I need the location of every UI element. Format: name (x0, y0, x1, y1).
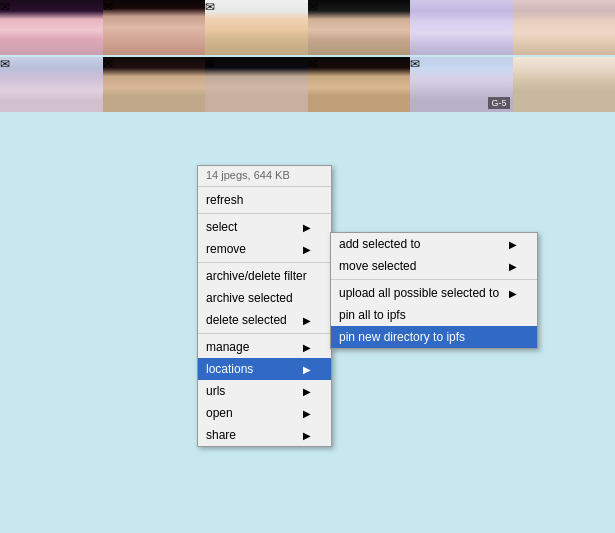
thumbnail-3[interactable]: ✉ (205, 0, 308, 55)
menu-item-open-arrow: ▶ (303, 408, 311, 419)
menu-item-refresh-label: refresh (206, 193, 243, 207)
submenu-add-selected-label: add selected to (339, 237, 420, 251)
menu-item-locations-label: locations (206, 362, 253, 376)
submenu-pin-all-label: pin all to ipfs (339, 308, 406, 322)
menu-item-archive-selected[interactable]: archive selected (198, 287, 331, 309)
menu-item-select[interactable]: select ▶ (198, 216, 331, 238)
menu-item-urls-arrow: ▶ (303, 386, 311, 397)
separator-3 (198, 333, 331, 334)
menu-item-manage-arrow: ▶ (303, 342, 311, 353)
separator-2 (198, 262, 331, 263)
image-grid-row1: ✉ ✉ ✉ ✉ (0, 0, 615, 55)
menu-item-delete-selected[interactable]: delete selected ▶ (198, 309, 331, 331)
thumbnail-badge-11: ✉ (410, 57, 513, 71)
submenu-add-selected-to[interactable]: add selected to ▶ (331, 233, 537, 255)
g5-label: G-5 (488, 97, 509, 109)
context-menu-header: 14 jpegs, 644 KB (198, 166, 331, 184)
menu-item-locations-arrow: ▶ (303, 364, 311, 375)
menu-item-ds-label: delete selected (206, 313, 287, 327)
thumbnail-7[interactable]: ✉ (0, 57, 103, 112)
separator-1 (198, 213, 331, 214)
submenu-move-selected[interactable]: move selected ▶ (331, 255, 537, 277)
thumbnail-badge-3: ✉ (205, 0, 308, 14)
menu-item-archive-delete-filter[interactable]: archive/delete filter (198, 265, 331, 287)
menu-item-urls[interactable]: urls ▶ (198, 380, 331, 402)
thumbnail-badge-8: ✉ (103, 57, 206, 71)
menu-item-urls-label: urls (206, 384, 225, 398)
thumbnail-badge-4: ✉ (308, 0, 411, 14)
thumbnail-8[interactable]: ✉ (103, 57, 206, 112)
image-grid-row2: ✉ ✉ ✉ ✉ ✉ G-5 (0, 57, 615, 112)
menu-item-manage[interactable]: manage ▶ (198, 336, 331, 358)
thumbnail-badge-7: ✉ (0, 57, 103, 71)
menu-item-ds-arrow: ▶ (303, 315, 311, 326)
menu-item-as-label: archive selected (206, 291, 293, 305)
thumbnail-2[interactable]: ✉ (103, 0, 206, 55)
menu-item-open[interactable]: open ▶ (198, 402, 331, 424)
thumbnail-11[interactable]: ✉ G-5 (410, 57, 513, 112)
thumbnail-9[interactable]: ✉ (205, 57, 308, 112)
menu-item-remove-arrow: ▶ (303, 244, 311, 255)
locations-submenu: add selected to ▶ move selected ▶ upload… (330, 232, 538, 349)
submenu-pin-new-directory[interactable]: pin new directory to ipfs (331, 326, 537, 348)
thumbnail-6[interactable] (513, 0, 616, 55)
submenu-add-selected-arrow: ▶ (509, 239, 517, 250)
menu-item-adf-label: archive/delete filter (206, 269, 307, 283)
thumbnail-12[interactable] (513, 57, 616, 112)
submenu-pin-all-to-ipfs[interactable]: pin all to ipfs (331, 304, 537, 326)
submenu-upload-all-arrow: ▶ (509, 288, 517, 299)
menu-item-manage-label: manage (206, 340, 249, 354)
menu-item-select-label: select (206, 220, 237, 234)
submenu-move-selected-label: move selected (339, 259, 416, 273)
thumbnail-5[interactable] (410, 0, 513, 55)
submenu-move-selected-arrow: ▶ (509, 261, 517, 272)
separator-0 (198, 186, 331, 187)
submenu-upload-all-label: upload all possible selected to (339, 286, 499, 300)
menu-item-share-arrow: ▶ (303, 430, 311, 441)
thumbnail-4[interactable]: ✉ (308, 0, 411, 55)
menu-item-remove[interactable]: remove ▶ (198, 238, 331, 260)
context-menu: 14 jpegs, 644 KB refresh select ▶ remove… (197, 165, 332, 447)
thumbnail-badge-10: ✉ (308, 57, 411, 71)
submenu-pin-new-label: pin new directory to ipfs (339, 330, 465, 344)
thumbnail-1[interactable]: ✉ (0, 0, 103, 55)
thumbnail-badge-2: ✉ (103, 0, 206, 14)
menu-item-locations[interactable]: locations ▶ (198, 358, 331, 380)
thumbnail-badge-1: ✉ (0, 0, 103, 14)
menu-item-remove-label: remove (206, 242, 246, 256)
thumbnail-10[interactable]: ✉ (308, 57, 411, 112)
menu-item-open-label: open (206, 406, 233, 420)
menu-item-refresh[interactable]: refresh (198, 189, 331, 211)
menu-item-share-label: share (206, 428, 236, 442)
submenu-upload-all[interactable]: upload all possible selected to ▶ (331, 282, 537, 304)
menu-item-share[interactable]: share ▶ (198, 424, 331, 446)
menu-item-select-arrow: ▶ (303, 222, 311, 233)
submenu-separator-1 (331, 279, 537, 280)
thumbnail-badge-9: ✉ (205, 57, 308, 71)
